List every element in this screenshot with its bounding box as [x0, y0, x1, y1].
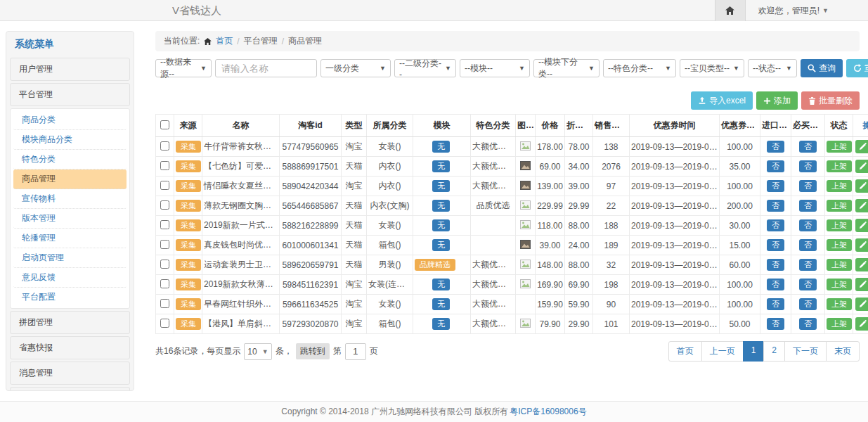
import-select-toggle[interactable]: 否	[767, 298, 784, 310]
row-checkbox[interactable]	[160, 319, 169, 328]
import-select-toggle[interactable]: 否	[767, 200, 784, 212]
must-buy-toggle[interactable]: 否	[799, 259, 817, 271]
page-button[interactable]: 末页	[826, 341, 860, 362]
topbar: V省钱达人 欢迎您，管理员!▼	[0, 0, 868, 21]
sidebar-section-header[interactable]: 平台管理	[10, 83, 130, 106]
status-toggle[interactable]: 上架	[827, 180, 852, 192]
breadcrumb-home-link[interactable]: 首页	[216, 35, 233, 47]
sidebar-item[interactable]: 平台配置	[13, 288, 127, 307]
search-button[interactable]: 查询	[801, 59, 843, 77]
batch-delete-button[interactable]: 批量删除	[801, 91, 860, 110]
must-buy-toggle[interactable]: 否	[799, 239, 817, 251]
row-checkbox[interactable]	[160, 161, 169, 170]
price-cell: 178.00	[536, 137, 565, 157]
import-select-toggle[interactable]: 否	[767, 318, 784, 330]
status-toggle[interactable]: 上架	[827, 259, 852, 271]
edit-button[interactable]	[855, 140, 868, 153]
edit-button[interactable]	[855, 298, 868, 311]
row-checkbox[interactable]	[160, 299, 169, 308]
sidebar-item[interactable]: 宣传物料	[13, 189, 127, 209]
import-select-toggle[interactable]: 否	[767, 279, 784, 290]
sidebar-section-header[interactable]: 用户管理	[10, 58, 130, 81]
add-button[interactable]: 添加	[756, 91, 798, 110]
item-type-select[interactable]: --宝贝类型--▼	[680, 59, 744, 77]
must-buy-toggle[interactable]: 否	[799, 200, 817, 212]
level1-category-select[interactable]: 一级分类▼	[320, 59, 391, 77]
status-toggle[interactable]: 上架	[827, 239, 852, 251]
edit-button[interactable]	[855, 238, 868, 252]
sidebar-section-header[interactable]: 订单管理	[10, 387, 130, 391]
edit-button[interactable]	[855, 317, 868, 331]
taoke-id-cell: 565446685867	[280, 196, 342, 216]
must-buy-toggle[interactable]: 否	[799, 318, 817, 330]
home-button[interactable]	[715, 0, 746, 21]
edit-button[interactable]	[855, 199, 868, 212]
sidebar-item[interactable]: 商品分类	[13, 110, 127, 130]
sidebar-item[interactable]: 启动页管理	[13, 248, 127, 268]
status-toggle[interactable]: 上架	[827, 200, 852, 212]
edit-button[interactable]	[855, 179, 868, 193]
name-input[interactable]	[215, 59, 317, 77]
must-buy-toggle[interactable]: 否	[799, 279, 817, 290]
status-toggle[interactable]: 上架	[827, 279, 852, 290]
jump-button[interactable]: 跳转到	[296, 343, 330, 359]
row-checkbox[interactable]	[160, 181, 169, 190]
must-buy-toggle[interactable]: 否	[799, 219, 817, 231]
edit-button[interactable]	[855, 278, 868, 291]
sidebar-item[interactable]: 版本管理	[13, 209, 127, 229]
sidebar-section-header[interactable]: 消息管理	[10, 362, 130, 385]
page-button[interactable]: 1	[743, 341, 765, 362]
row-checkbox[interactable]	[160, 200, 169, 210]
module-select[interactable]: --模块--▼	[460, 59, 530, 77]
data-source-select[interactable]: --数据来源--▼	[155, 59, 212, 77]
module-sub-category-select[interactable]: --模块下分类--▼	[533, 59, 600, 77]
status-toggle[interactable]: 上架	[827, 318, 852, 330]
sales-cell: 188	[593, 216, 630, 236]
sidebar-item[interactable]: 特色分类	[13, 150, 127, 170]
status-toggle[interactable]: 上架	[827, 160, 852, 172]
image-placeholder-icon	[520, 260, 531, 269]
sidebar-item[interactable]: 模块商品分类	[13, 130, 127, 150]
row-checkbox[interactable]	[160, 141, 169, 151]
page-button[interactable]: 下一页	[784, 341, 827, 362]
page-button[interactable]: 首页	[668, 341, 702, 362]
edit-button[interactable]	[855, 219, 868, 232]
icp-link[interactable]: 粤ICP备16098006号	[510, 406, 586, 418]
row-checkbox[interactable]	[160, 240, 169, 249]
import-select-toggle[interactable]: 否	[767, 259, 784, 271]
row-checkbox[interactable]	[160, 260, 169, 269]
import-excel-button[interactable]: 导入excel	[691, 91, 753, 110]
import-select-toggle[interactable]: 否	[767, 180, 784, 192]
sidebar-item[interactable]: 意见反馈	[13, 268, 127, 288]
row-checkbox[interactable]	[160, 220, 169, 229]
per-page-select[interactable]: 10 ▼	[244, 343, 271, 360]
page-number-input[interactable]	[345, 343, 366, 360]
status-toggle[interactable]: 上架	[827, 219, 852, 231]
sidebar-section-header[interactable]: 拼团管理	[10, 311, 130, 334]
status-toggle[interactable]: 上架	[827, 141, 852, 153]
sidebar-item[interactable]: 商品管理	[13, 170, 127, 189]
feature-category-select[interactable]: --特色分类--▼	[603, 59, 676, 77]
select-all-checkbox[interactable]	[160, 120, 169, 129]
import-select-toggle[interactable]: 否	[767, 219, 784, 231]
must-buy-toggle[interactable]: 否	[799, 160, 817, 172]
must-buy-toggle[interactable]: 否	[799, 298, 817, 310]
status-toggle[interactable]: 上架	[827, 298, 852, 310]
sidebar-item[interactable]: 轮播管理	[13, 229, 127, 248]
import-select-toggle[interactable]: 否	[767, 239, 784, 251]
reset-button[interactable]: 重置	[846, 59, 868, 77]
user-menu[interactable]: 欢迎您，管理员!▼	[746, 5, 868, 17]
edit-button[interactable]	[855, 160, 868, 173]
must-buy-toggle[interactable]: 否	[799, 180, 817, 192]
row-checkbox[interactable]	[160, 279, 169, 288]
must-buy-toggle[interactable]: 否	[799, 141, 817, 153]
import-select-toggle[interactable]: 否	[767, 141, 784, 153]
edit-button[interactable]	[855, 258, 868, 271]
sidebar-section-header[interactable]: 省惠快报	[10, 336, 130, 359]
page-button[interactable]: 2	[763, 341, 785, 362]
level2-category-select[interactable]: --二级分类--▼	[394, 59, 456, 77]
module-cell: 无	[413, 196, 471, 216]
import-select-toggle[interactable]: 否	[767, 160, 784, 172]
status-select[interactable]: --状态--▼	[748, 59, 797, 77]
page-button[interactable]: 上一页	[701, 341, 744, 362]
